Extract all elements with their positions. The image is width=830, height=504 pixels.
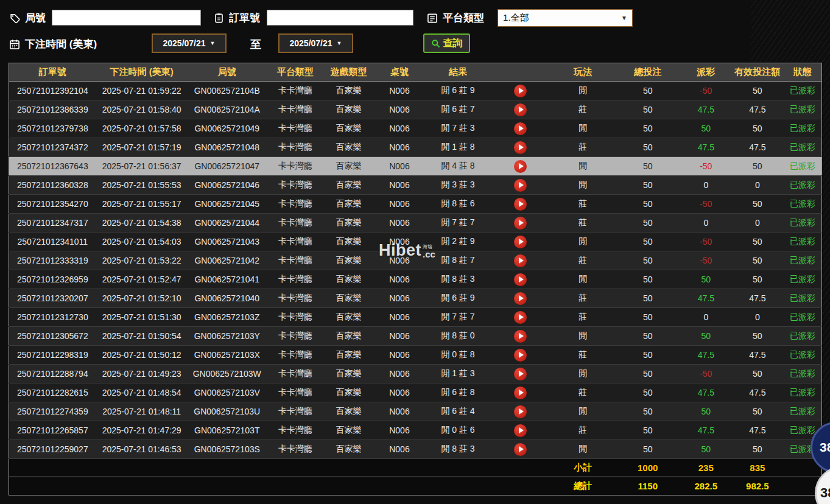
replay-video-button[interactable] — [514, 160, 527, 173]
replay-video-button[interactable] — [514, 273, 527, 286]
table-row[interactable]: 2507210123473172025-07-21 01:54:38GN0062… — [9, 214, 822, 233]
play-icon — [519, 333, 524, 339]
table-row[interactable]: 2507210123676432025-07-21 01:56:37GN0062… — [9, 157, 822, 176]
bet-time-cell: 2025-07-21 01:46:53 — [96, 440, 188, 459]
replay-video-button[interactable] — [514, 443, 527, 456]
replay-video-button[interactable] — [514, 85, 527, 97]
column-header: 桌號 — [373, 63, 426, 82]
table-row[interactable]: 2507210122743592025-07-21 01:48:11GN0062… — [9, 402, 822, 421]
date-from-select[interactable]: 2025/07/21 ▼ — [152, 33, 227, 53]
round-no-input[interactable] — [52, 10, 201, 26]
replay-video-button[interactable] — [514, 311, 527, 324]
replay-video-button[interactable] — [514, 292, 527, 305]
order-no-cell: 250721012305672 — [9, 327, 96, 346]
total-bet-cell: 50 — [615, 421, 680, 440]
table-row[interactable]: 2507210123542702025-07-21 01:55:17GN0062… — [9, 195, 822, 214]
bet-time-cell: 2025-07-21 01:52:10 — [96, 289, 188, 308]
table-row[interactable]: 2507210122887942025-07-21 01:49:23GN0062… — [9, 365, 822, 383]
total-bet-cell: 50 — [615, 82, 680, 100]
play-method-cell: 莊 — [550, 138, 615, 157]
play-icon — [519, 201, 524, 207]
status-cell: 已派彩 — [783, 365, 821, 383]
table-no-cell: N006 — [373, 308, 426, 327]
replay-video-button[interactable] — [514, 141, 527, 154]
replay-video-button[interactable] — [514, 198, 527, 211]
round-no-cell: GN0062572103W — [188, 365, 267, 383]
replay-cell — [490, 82, 550, 100]
platform-type-select[interactable]: 1.全部 ▼ — [498, 9, 633, 27]
replay-video-button[interactable] — [514, 387, 527, 399]
play-method-cell: 閒 — [550, 270, 615, 289]
table-row[interactable]: 2507210122590272025-07-21 01:46:53GN0062… — [9, 440, 822, 459]
status-cell: 已派彩 — [783, 176, 821, 195]
platform-cell: 卡卡灣廳 — [267, 82, 324, 100]
total-bet-cell: 50 — [615, 365, 680, 383]
replay-cell — [490, 195, 550, 214]
replay-video-button[interactable] — [514, 405, 527, 418]
table-no-cell: N006 — [373, 138, 426, 157]
platform-cell: 卡卡灣廳 — [267, 346, 324, 365]
replay-video-button[interactable] — [514, 330, 527, 343]
column-header: 派彩 — [680, 63, 731, 82]
round-no-cell: GN0062572104B — [188, 82, 267, 100]
table-no-cell: N006 — [373, 270, 426, 289]
table-row[interactable]: 2507210123921042025-07-21 01:59:22GN0062… — [9, 82, 822, 100]
play-method-cell: 莊 — [550, 289, 615, 308]
valid-bet-cell: 50 — [731, 327, 783, 346]
table-row[interactable]: 2507210123202072025-07-21 01:52:10GN0062… — [9, 289, 822, 308]
table-row[interactable]: 2507210123863392025-07-21 01:58:40GN0062… — [9, 100, 822, 119]
payout-cell: 0 — [680, 214, 731, 233]
payout-cell: 0 — [680, 308, 731, 327]
order-no-cell: 250721012360328 — [9, 176, 96, 195]
table-row[interactable]: 2507210123127302025-07-21 01:51:30GN0062… — [9, 308, 822, 327]
play-icon — [519, 107, 524, 113]
subtotal-label: 小計 — [550, 459, 615, 477]
round-no-cell: GN00625721042 — [188, 251, 267, 270]
column-header: 狀態 — [783, 63, 821, 82]
bet-time-cell: 2025-07-21 01:47:29 — [96, 421, 188, 440]
table-row[interactable]: 2507210122826152025-07-21 01:48:54GN0062… — [9, 383, 822, 402]
table-row[interactable]: 2507210123056722025-07-21 01:50:54GN0062… — [9, 327, 822, 346]
table-row[interactable]: 2507210123743722025-07-21 01:57:19GN0062… — [9, 138, 822, 157]
game-type-cell: 百家樂 — [324, 100, 373, 119]
date-range-to-label: 至 — [250, 37, 261, 52]
result-cell: 閒 6 莊 7 — [426, 100, 490, 119]
replay-video-button[interactable] — [514, 368, 527, 380]
replay-video-button[interactable] — [514, 349, 527, 362]
platform-cell: 卡卡灣廳 — [267, 402, 324, 421]
bet-time-cell: 2025-07-21 01:52:47 — [96, 270, 188, 289]
payout-cell: 50 — [680, 402, 731, 421]
table-row[interactable]: 2507210123333192025-07-21 01:53:22GN0062… — [9, 251, 822, 270]
play-method-cell: 閒 — [550, 440, 615, 459]
replay-video-button[interactable] — [514, 254, 527, 267]
order-no-input[interactable] — [267, 10, 413, 26]
game-type-cell: 百家樂 — [324, 346, 373, 365]
platform-cell: 卡卡灣廳 — [267, 251, 324, 270]
result-cell: 閒 6 莊 8 — [426, 383, 490, 402]
replay-video-button[interactable] — [514, 122, 527, 135]
table-row[interactable]: 2507210123269592025-07-21 01:52:47GN0062… — [9, 270, 822, 289]
table-row[interactable]: 2507210123410112025-07-21 01:54:03GN0062… — [9, 233, 822, 251]
subtotal-payout: 235 — [680, 459, 731, 477]
table-row[interactable]: 2507210122658572025-07-21 01:47:29GN0062… — [9, 421, 822, 440]
play-method-cell: 閒 — [550, 402, 615, 421]
game-type-cell: 百家樂 — [324, 365, 373, 383]
replay-video-button[interactable] — [514, 217, 527, 229]
list-icon — [426, 12, 438, 24]
status-cell: 已派彩 — [783, 119, 821, 138]
replay-video-button[interactable] — [514, 179, 527, 192]
game-type-cell: 百家樂 — [324, 327, 373, 346]
chevron-down-icon: ▼ — [337, 40, 342, 46]
platform-cell: 卡卡灣廳 — [267, 214, 324, 233]
query-button[interactable]: 查詢 — [423, 33, 470, 53]
table-row[interactable]: 2507210122983192025-07-21 01:50:12GN0062… — [9, 346, 822, 365]
status-cell: 已派彩 — [783, 383, 821, 402]
date-to-select[interactable]: 2025/07/21 ▼ — [278, 33, 353, 53]
status-cell: 已派彩 — [783, 82, 821, 100]
table-row[interactable]: 2507210123603282025-07-21 01:55:53GN0062… — [9, 176, 822, 195]
replay-video-button[interactable] — [514, 103, 527, 116]
replay-video-button[interactable] — [514, 236, 527, 248]
replay-video-button[interactable] — [514, 424, 527, 437]
play-method-cell: 閒 — [550, 157, 615, 176]
table-row[interactable]: 2507210123797382025-07-21 01:57:58GN0062… — [9, 119, 822, 138]
